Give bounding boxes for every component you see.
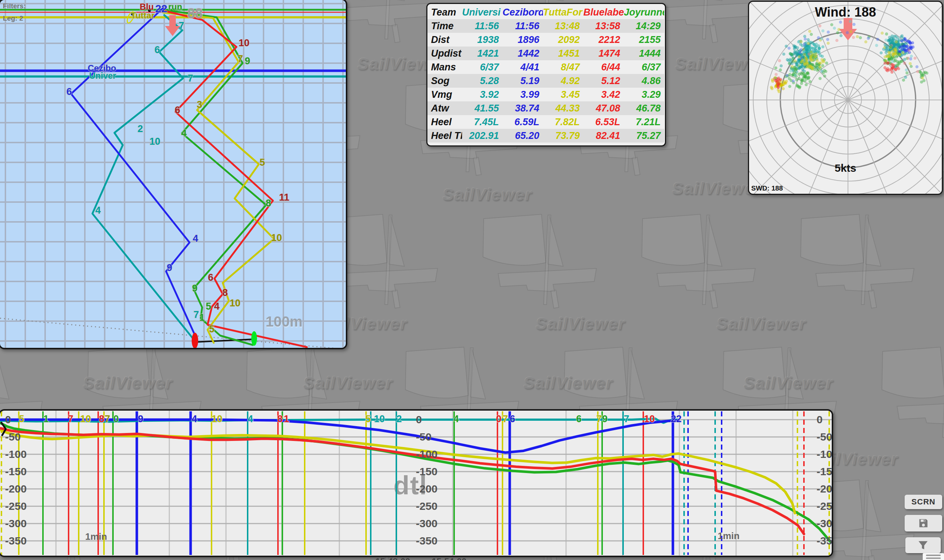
wind-polar-panel[interactable]: Wind: 188 5kts SWD: 188 — [748, 1, 943, 195]
stat-cell: 4/41 — [502, 60, 543, 74]
label-text: 6 — [154, 45, 160, 55]
menu-lines-icon[interactable] — [923, 553, 944, 560]
label-text: 4 — [248, 414, 253, 424]
label-text: 9 — [245, 55, 250, 66]
label-text: 7 — [188, 73, 193, 84]
label-text: 9 — [192, 283, 197, 294]
sailboat-ghost-icon — [801, 214, 914, 308]
stat-cell: 1451 — [543, 46, 584, 60]
swd-label: SWD: 188 — [751, 185, 783, 192]
label-text: 1 — [199, 312, 205, 323]
stat-cell: 2092 — [543, 33, 584, 46]
label-text: 10 — [229, 298, 240, 309]
label-text: 6 — [510, 414, 515, 424]
stat-cell: 11:56 — [502, 19, 543, 33]
dtl-chart-panel[interactable]: dtl0-50-100-150-200-250-300-3500-50-100-… — [0, 409, 833, 557]
save-button[interactable] — [905, 515, 942, 531]
label-text: -50 — [416, 431, 431, 443]
stat-cell: 47.08 — [584, 102, 624, 115]
label-text: Tuttar — [131, 11, 154, 20]
stat-cell: 2212 — [584, 33, 624, 46]
minute-scale-label: 1min — [718, 531, 740, 541]
stat-cell: 6/44 — [584, 60, 624, 74]
stat-cell: 44.33 — [543, 102, 584, 115]
filter-button[interactable] — [906, 537, 941, 553]
stat-cell: 4.86 — [624, 74, 664, 88]
sailboat-ghost-icon — [882, 347, 944, 441]
stat-cell: 7.21L — [624, 115, 664, 129]
stat-cell: 13:48 — [543, 19, 584, 33]
label-text: -150 — [5, 465, 27, 477]
label-text: -350 — [416, 535, 437, 547]
label-text: 8 — [266, 198, 271, 209]
label-text: 22 — [671, 414, 682, 424]
stat-cell: 2155 — [624, 33, 664, 46]
stat-cell: 3.45 — [543, 88, 584, 102]
stat-cell: 1896 — [502, 33, 543, 46]
label-text: -200 — [416, 483, 437, 495]
label-text: run — [168, 2, 182, 12]
stat-cell: 6/37 — [462, 60, 502, 74]
stat-cell: TuttaFor — [543, 5, 584, 19]
label-text: 9 — [602, 414, 608, 424]
label-text: 88 — [187, 6, 203, 21]
stat-cell: 4.92 — [543, 74, 584, 88]
stat-cell: 6/37 — [624, 60, 664, 74]
stat-cell: 3.99 — [502, 88, 543, 102]
stat-row-label: Time — [427, 19, 462, 33]
label-text: 0 — [816, 414, 823, 425]
label-text: 8 — [222, 287, 228, 298]
label-text: -100 — [816, 448, 832, 460]
label-text: -300 — [816, 517, 832, 529]
stat-cell: 73.79 — [543, 129, 584, 143]
stats-table-panel[interactable]: TeamUniversiCezibordTuttaForBluelabeJoyr… — [427, 3, 666, 146]
wind-title: Wind: 188 — [749, 5, 942, 20]
filter-funnel-icon — [918, 540, 929, 551]
label-text: 7 — [194, 309, 199, 320]
label-text: 11 — [279, 192, 290, 203]
label-text: 4 — [453, 414, 459, 424]
label-text: -200 — [5, 483, 27, 495]
label-text: -200 — [816, 483, 832, 495]
label-text: 10 — [644, 414, 655, 424]
mark-pin-red — [192, 333, 198, 348]
sailviewer-watermark: SailViewer — [536, 314, 625, 334]
label-text: 2 — [137, 123, 143, 134]
label-text: 1 — [43, 414, 49, 424]
stat-cell: 5.12 — [584, 74, 624, 88]
time-label: 15:54:00 — [432, 556, 467, 560]
label-text: 8 — [277, 414, 283, 424]
stat-row-label: Updist — [427, 46, 462, 60]
label-text: -300 — [416, 517, 437, 529]
stat-cell: 1421 — [462, 46, 502, 60]
label-text: 7 — [237, 54, 243, 64]
label-text: 5 — [260, 157, 265, 168]
leg-label: Leg: 2 — [3, 14, 23, 22]
label-text: -150 — [816, 465, 832, 477]
stat-row-label: Mans — [427, 60, 462, 74]
stat-cell: 6.53L — [584, 115, 624, 129]
stat-cell: 7.82L — [543, 115, 584, 129]
label-text: 5 — [206, 301, 211, 312]
label-text: -350 — [5, 535, 27, 547]
stat-cell: 7.45L — [462, 115, 502, 129]
stat-row-label: Sog — [427, 74, 462, 88]
stats-table: TeamUniversiCezibordTuttaForBluelabeJoyr… — [427, 5, 665, 143]
label-text: 5 — [19, 414, 24, 424]
stat-cell: 202.91 — [462, 129, 502, 143]
label-text: 0 — [416, 414, 422, 425]
stat-row-label: Heel TR — [427, 129, 462, 143]
sailviewer-watermark: SailViewer — [303, 373, 393, 392]
screenshot-button[interactable]: SCRN — [905, 495, 942, 509]
sailviewer-watermark: SailViewer — [524, 373, 613, 392]
stat-cell: 1474 — [584, 46, 624, 60]
stat-cell: 5.19 — [502, 74, 543, 88]
map-scale-label: 100m — [266, 314, 302, 330]
label-text: -250 — [5, 500, 27, 512]
label-text: Blu — [140, 2, 154, 12]
label-text: 10 — [374, 414, 385, 424]
race-map-panel[interactable]: Blu22runTuttarCeziboUniver76721046491079… — [0, 0, 347, 349]
label-text: 4 — [214, 301, 219, 312]
stat-row-label: Atw — [427, 102, 462, 115]
label-text: 4 — [192, 414, 197, 424]
